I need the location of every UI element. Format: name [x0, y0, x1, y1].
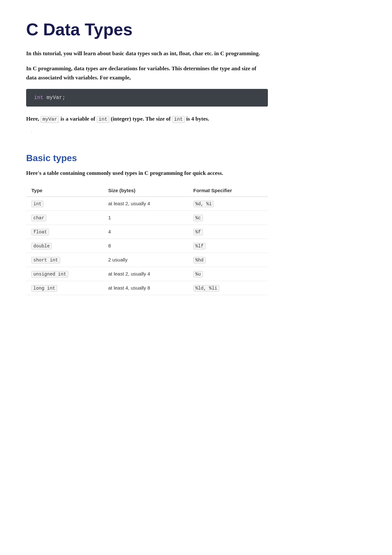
format-code: %d, %i	[193, 201, 214, 207]
table-cell-type: double	[26, 239, 103, 253]
type-code: float	[31, 229, 49, 235]
col-header-format: Format Specifier	[188, 184, 268, 197]
type-code: short int	[31, 257, 60, 263]
table-cell-type: long int	[26, 281, 103, 295]
basic-types-section: Basic types Here's a table containing co…	[26, 153, 268, 295]
format-code: %ld, %li	[193, 285, 219, 292]
table-cell-format: %d, %i	[188, 196, 268, 210]
explanation-post-text: is 4 bytes.	[186, 116, 209, 122]
type-code: int	[31, 201, 43, 207]
explanation-pre: Here,	[26, 116, 39, 122]
type-code: char	[31, 215, 46, 221]
int-inline-code-2: int	[172, 116, 185, 123]
intro-paragraph-1: In this tutorial, you will learn about b…	[26, 49, 268, 58]
type-code: unsigned int	[31, 271, 68, 278]
explanation-mid1-text: is a variable of	[60, 116, 95, 122]
page-title: C Data Types	[26, 20, 268, 39]
table-row: unsigned intat least 2, usually 4%u	[26, 267, 268, 281]
code-var-name: myVar;	[46, 95, 65, 101]
table-cell-size: 1	[103, 210, 188, 225]
int-inline-code-1: int	[97, 116, 109, 123]
format-code: %lf	[193, 243, 205, 249]
table-cell-size: at least 2, usually 4	[103, 267, 188, 281]
dot-marker: ·	[31, 130, 268, 133]
format-code: %u	[193, 271, 203, 278]
format-code: %f	[193, 229, 203, 235]
table-cell-format: %hd	[188, 253, 268, 267]
table-row: float4%f	[26, 225, 268, 239]
table-cell-format: %f	[188, 225, 268, 239]
table-cell-type: unsigned int	[26, 267, 103, 281]
table-row: short int2 usually%hd	[26, 253, 268, 267]
table-cell-size: at least 4, usually 8	[103, 281, 188, 295]
explanation-paragraph: Here, myVar is a variable of int (intege…	[26, 114, 268, 124]
table-header: Type Size (bytes) Format Specifier	[26, 184, 268, 197]
table-cell-type: char	[26, 210, 103, 225]
table-row: char1%c	[26, 210, 268, 225]
table-cell-size: 8	[103, 239, 188, 253]
explanation-mid2: (integer) type. The size of	[111, 116, 171, 122]
intro-paragraph-2: In C programming, data types are declara…	[26, 64, 268, 82]
table-cell-format: %ld, %li	[188, 281, 268, 295]
header-row: Type Size (bytes) Format Specifier	[26, 184, 268, 197]
table-cell-size: 4	[103, 225, 188, 239]
type-code: double	[31, 243, 52, 249]
code-example-block: int myVar;	[26, 89, 268, 107]
code-keyword: int	[34, 95, 43, 101]
table-cell-type: short int	[26, 253, 103, 267]
data-types-table: Type Size (bytes) Format Specifier intat…	[26, 184, 268, 295]
table-row: double8%lf	[26, 239, 268, 253]
table-row: long intat least 4, usually 8%ld, %li	[26, 281, 268, 295]
section-intro: Here's a table containing commonly used …	[26, 169, 268, 178]
type-code: long int	[31, 285, 57, 292]
table-cell-type: float	[26, 225, 103, 239]
section-title: Basic types	[26, 153, 268, 163]
myvar-inline-code: myVar	[41, 116, 59, 123]
table-cell-format: %c	[188, 210, 268, 225]
table-cell-format: %lf	[188, 239, 268, 253]
table-cell-size: 2 usually	[103, 253, 188, 267]
table-cell-type: int	[26, 196, 103, 210]
format-code: %c	[193, 215, 203, 221]
table-cell-format: %u	[188, 267, 268, 281]
col-header-size: Size (bytes)	[103, 184, 188, 197]
table-row: intat least 2, usually 4%d, %i	[26, 196, 268, 210]
format-code: %hd	[193, 257, 205, 263]
table-cell-size: at least 2, usually 4	[103, 196, 188, 210]
table-body: intat least 2, usually 4%d, %ichar1%cflo…	[26, 196, 268, 295]
col-header-type: Type	[26, 184, 103, 197]
